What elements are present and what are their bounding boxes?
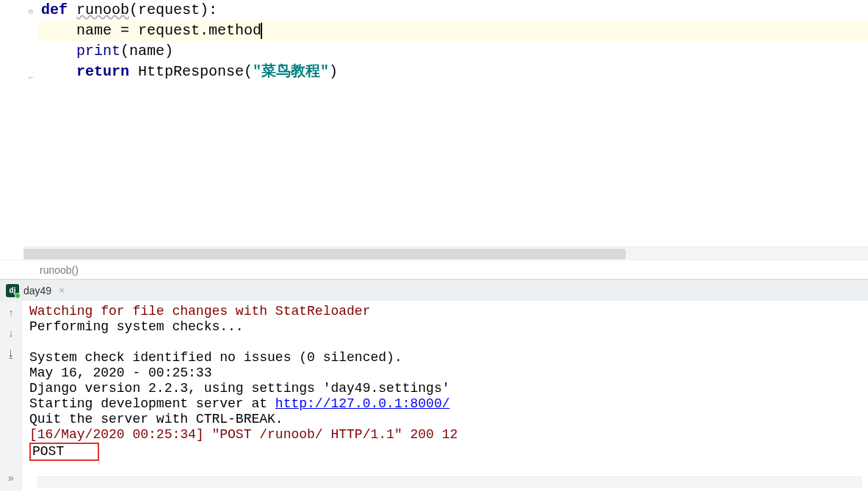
console-line-systemcheck: System check identified no issues (0 sil…	[29, 350, 402, 365]
breadcrumb-item[interactable]: runoob()	[40, 264, 79, 276]
breadcrumb[interactable]: runoob()	[0, 260, 868, 279]
indent	[41, 63, 76, 80]
code-line-3[interactable]: print(name)	[38, 41, 868, 62]
up-stacktrace-icon[interactable]: ↑	[4, 307, 18, 320]
paren-close-colon: ):	[200, 1, 217, 18]
console-line-quit: Quit the server with CTRL-BREAK.	[29, 412, 283, 426]
call-httpresponse: HttpResponse	[138, 63, 244, 80]
expand-icon[interactable]: »	[4, 472, 18, 485]
console-output[interactable]: Watching for file changes with StatReloa…	[22, 301, 868, 491]
equals: =	[112, 22, 138, 39]
console-line-watching: Watching for file changes with StatReloa…	[29, 304, 370, 319]
console-line-date: May 16, 2020 - 00:25:33	[29, 365, 211, 380]
django-icon: dj	[6, 284, 19, 297]
dot: .	[200, 22, 209, 39]
django-icon-text: dj	[10, 286, 16, 294]
code-line-2-current[interactable]: name = request.method	[38, 21, 868, 41]
run-console: ↑ ↓ ⭳ » Watching for file changes with S…	[0, 301, 868, 491]
param-request: request	[138, 1, 200, 18]
fold-region-end-icon[interactable]: ⌐	[26, 73, 35, 82]
keyword-return: return	[76, 63, 129, 80]
fold-region-start-icon[interactable]: ⊖	[26, 7, 35, 16]
console-horizontal-scrollbar[interactable]	[37, 476, 862, 488]
run-tab-title[interactable]: day49	[23, 285, 51, 297]
indent	[41, 43, 76, 59]
builtin-print: print	[76, 43, 120, 59]
function-name: runoob	[76, 1, 129, 18]
paren-open: (	[244, 63, 253, 80]
space	[129, 63, 138, 80]
obj-request: request	[138, 22, 200, 39]
console-line-post-highlighted: POST	[29, 443, 99, 461]
code-line-1[interactable]: def runoob(request):	[38, 0, 868, 21]
text-cursor	[261, 23, 262, 39]
code-line-4[interactable]: return HttpResponse("菜鸟教程")	[38, 62, 868, 82]
string-literal: "菜鸟教程"	[253, 63, 329, 80]
code-area[interactable]: def runoob(request): name = request.meth…	[38, 0, 868, 247]
paren-close: )	[164, 43, 173, 59]
keyword-def: def	[41, 1, 68, 18]
space	[68, 1, 76, 18]
export-icon[interactable]: ⭳	[4, 348, 18, 361]
indent	[41, 22, 76, 39]
console-line-request-log: [16/May/2020 00:25:34] "POST /runoob/ HT…	[29, 427, 457, 442]
down-stacktrace-icon[interactable]: ↓	[4, 327, 18, 341]
attr-method: method	[209, 22, 261, 39]
paren-close: )	[329, 63, 338, 80]
console-line-django-version: Django version 2.2.3, using settings 'da…	[29, 381, 450, 396]
code-editor: ⊖ ⌐ def runoob(request): name = request.…	[0, 0, 868, 247]
paren-open: (	[129, 1, 138, 18]
editor-horizontal-scrollbar[interactable]	[23, 247, 868, 260]
editor-gutter: ⊖ ⌐	[0, 0, 38, 247]
arg-name: name	[129, 43, 164, 59]
close-tab-icon[interactable]: ×	[56, 285, 68, 296]
console-toolbar: ↑ ↓ ⭳ »	[0, 301, 22, 491]
paren-open: (	[120, 43, 129, 59]
run-tab-bar: dj day49 ×	[0, 279, 868, 301]
console-link-server-url[interactable]: http://127.0.0.1:8000/	[275, 396, 450, 411]
console-line-starting-pre: Starting development server at	[29, 396, 275, 411]
var-name: name	[76, 22, 112, 39]
scrollbar-thumb[interactable]	[23, 249, 626, 259]
console-line-perform: Performing system checks...	[29, 319, 244, 334]
